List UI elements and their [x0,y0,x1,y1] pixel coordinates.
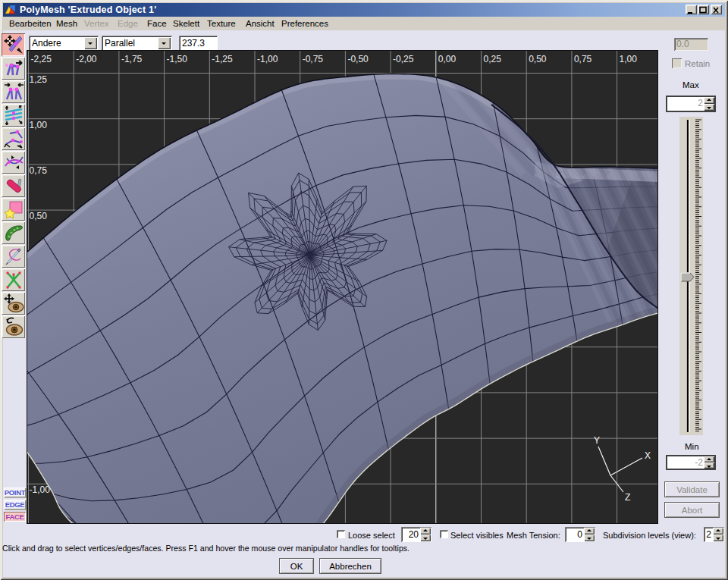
svg-text:-1,75: -1,75 [121,54,143,64]
svg-text:-2,25: -2,25 [31,54,52,64]
svg-text:-2,00: -2,00 [76,54,97,64]
svg-text:Z: Z [625,492,630,503]
svg-text:Y: Y [594,435,600,446]
svg-text:-1,00: -1,00 [30,484,51,495]
svg-text:-1,50: -1,50 [167,54,188,64]
svg-text:-0,25: -0,25 [393,54,414,64]
svg-text:0,25: 0,25 [484,54,502,64]
svg-text:1,00: 1,00 [620,54,638,64]
svg-text:1,00: 1,00 [30,120,48,130]
svg-text:0,50: 0,50 [529,54,547,64]
svg-text:X: X [645,450,651,461]
svg-text:0,50: 0,50 [30,211,48,221]
svg-text:-1,00: -1,00 [257,54,278,64]
svg-text:-1,25: -1,25 [212,54,233,64]
svg-text:-0,50: -0,50 [347,54,369,64]
svg-text:1,25: 1,25 [30,74,48,85]
svg-text:-0,75: -0,75 [303,54,324,64]
svg-text:0,75: 0,75 [574,54,592,64]
svg-text:0,75: 0,75 [30,165,48,176]
svg-text:0,00: 0,00 [438,54,457,64]
